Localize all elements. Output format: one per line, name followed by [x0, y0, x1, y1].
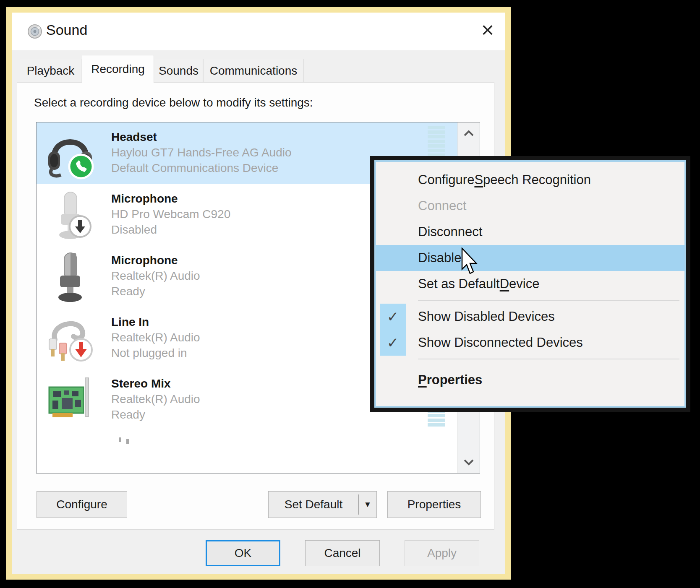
device-detail: HD Pro Webcam C920 [111, 208, 230, 221]
device-name: Line In [111, 315, 149, 329]
device-detail: Realtek(R) Audio [111, 269, 200, 283]
accel-key: P [418, 372, 427, 388]
microphone-disabled-icon [43, 187, 97, 242]
microphone-icon [43, 249, 97, 304]
mouse-cursor-icon [461, 247, 481, 277]
device-name: Microphone [111, 192, 178, 206]
menu-item-configure-speech-recognition[interactable]: Configure Speech Recognition [376, 167, 684, 193]
label-part: Show Disabled Devices [418, 309, 555, 324]
tab-recording[interactable]: Recording [82, 55, 154, 83]
accel-key: D [500, 276, 509, 291]
device-name: Stereo Mix [111, 377, 171, 390]
menu-item-show-disconnected-devices[interactable]: ✓ Show Disconnected Devices [376, 330, 684, 356]
menu-separator [376, 297, 684, 304]
tab-playback[interactable]: Playback [20, 59, 81, 83]
device-status: Not plugged in [111, 346, 187, 360]
tab-sounds[interactable]: Sounds [155, 59, 202, 83]
accel-key: S [474, 172, 483, 187]
label-part: Set as Default [418, 276, 500, 291]
context-menu-surface: Configure Speech Recognition Connect Dis… [374, 160, 686, 408]
ok-button[interactable]: OK [206, 540, 280, 566]
cancel-button[interactable]: Cancel [305, 540, 380, 566]
set-default-split-button[interactable]: Set Default ▼ [268, 491, 377, 518]
label-part: Show Disconnected Devices [418, 335, 583, 350]
menu-separator [376, 356, 684, 362]
menu-item-properties[interactable]: Properties [376, 362, 684, 398]
device-status: Ready [111, 285, 145, 298]
set-default-label[interactable]: Set Default [269, 498, 358, 511]
sound-app-icon [26, 23, 44, 40]
device-context-menu: Configure Speech Recognition Connect Dis… [370, 156, 690, 412]
tab-communications[interactable]: Communications [203, 59, 304, 83]
screenshot-root: Sound × Playback Recording Sounds Commun… [0, 0, 700, 588]
label-part: Configure [418, 172, 474, 187]
sound-card-icon [43, 372, 97, 427]
apply-button-disabled[interactable]: Apply [405, 540, 479, 566]
close-icon[interactable]: × [476, 16, 499, 44]
device-detail: Haylou GT7 Hands-Free AG Audio [111, 146, 292, 159]
chevron-down-icon [463, 459, 474, 466]
device-status: Disabled [111, 223, 157, 237]
device-name: Microphone [111, 254, 178, 267]
scroll-down-button[interactable] [458, 451, 480, 473]
menu-item-disconnect[interactable]: Disconnect [376, 219, 684, 245]
titlebar: Sound × [12, 13, 505, 50]
scroll-up-button[interactable] [458, 122, 480, 144]
label-part: roperties [427, 372, 483, 388]
instruction-text: Select a recording device below to modif… [34, 96, 313, 109]
device-detail: Realtek(R) Audio [111, 393, 200, 406]
label-part: evice [509, 276, 539, 291]
line-in-unplugged-icon [43, 311, 97, 365]
menu-item-disable-highlighted[interactable]: Disable [376, 245, 684, 271]
device-name: Headset [111, 130, 157, 144]
configure-button[interactable]: Configure [37, 491, 127, 518]
checkmark-icon: ✓ [380, 330, 406, 356]
menu-item-connect-disabled: Connect [376, 193, 684, 219]
label-part: peech Recognition [483, 172, 591, 187]
device-status: Ready [111, 408, 145, 421]
window-title: Sound [46, 22, 87, 38]
chevron-up-icon [463, 130, 474, 137]
checkmark-icon: ✓ [380, 304, 406, 330]
dropdown-arrow-icon[interactable]: ▼ [359, 500, 376, 509]
menu-item-set-as-default-device[interactable]: Set as Default Device [376, 271, 684, 297]
device-detail: Realtek(R) Audio [111, 331, 200, 344]
device-status: Default Communications Device [111, 161, 278, 175]
headset-call-icon [43, 126, 97, 180]
properties-button[interactable]: Properties [387, 491, 481, 518]
menu-item-show-disabled-devices[interactable]: ✓ Show Disabled Devices [376, 304, 684, 330]
